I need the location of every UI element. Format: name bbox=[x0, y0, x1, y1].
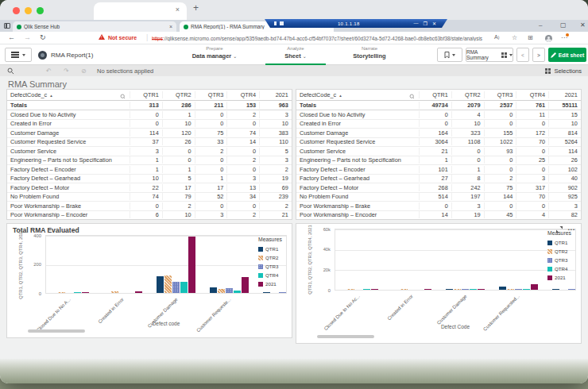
column-header-defectcode[interactable]: DefectCode_c ▲ bbox=[7, 91, 130, 98]
table-row[interactable]: Factory Defect – Motor 26824275317902 bbox=[296, 183, 581, 193]
defect-code-cell[interactable]: No Problem Found bbox=[296, 193, 419, 200]
nav-analyze[interactable]: Analyze Sheet ⌄ bbox=[260, 46, 331, 65]
bar-QTR3[interactable] bbox=[568, 289, 575, 290]
table-row[interactable]: Customer Service 30205 bbox=[7, 147, 292, 156]
selections-back-icon[interactable]: ↶ bbox=[46, 67, 52, 75]
defect-code-cell[interactable]: Factory Defect – Encoder bbox=[296, 166, 419, 173]
table-row[interactable]: Poor Workmanship – Encoder 6103221 bbox=[7, 211, 292, 221]
table-row[interactable]: Factory Defect – Motor 2217171369 bbox=[7, 183, 292, 193]
defect-code-cell[interactable]: Engineering – Parts not to Specification bbox=[296, 156, 419, 164]
defect-code-cell[interactable]: Poor Workmanship – Encoder bbox=[296, 211, 419, 218]
table-row[interactable]: Engineering – Parts not to Specification… bbox=[296, 156, 581, 166]
column-header-QTR1[interactable]: QTR1 bbox=[130, 91, 162, 98]
edit-sheet-button[interactable]: Edit sheet bbox=[548, 48, 586, 62]
settings-more-icon[interactable]: ⋯ bbox=[561, 34, 567, 41]
bar-QTR4[interactable] bbox=[74, 292, 81, 293]
table-row[interactable]: Customer Requested Service 3064110810227… bbox=[296, 138, 581, 148]
bar-2021[interactable] bbox=[424, 289, 431, 290]
bar-QTR2[interactable] bbox=[218, 289, 225, 293]
rdp-close-button[interactable]: ✕ bbox=[432, 21, 436, 26]
defect-code-cell[interactable]: Customer Requested Service bbox=[296, 138, 419, 145]
bar-2021[interactable] bbox=[135, 291, 142, 293]
mac-minimize-button[interactable] bbox=[25, 7, 32, 14]
rdp-pin-icon[interactable] bbox=[274, 21, 277, 25]
nav-narrate[interactable]: Narrate Storytelling bbox=[334, 46, 405, 65]
column-header-QTR1[interactable]: QTR1 bbox=[419, 91, 451, 98]
column-header-2021[interactable]: 2021 bbox=[259, 91, 292, 98]
defect-code-cell[interactable]: Factory Defect – Motor bbox=[296, 184, 419, 191]
bar-QTR1[interactable] bbox=[446, 289, 453, 290]
bookmarks-button[interactable] bbox=[437, 48, 462, 62]
global-menu-button[interactable] bbox=[5, 48, 32, 62]
table-row[interactable]: Factory Defect – Gearhead 1051319 bbox=[7, 175, 292, 184]
profile-avatar[interactable] bbox=[545, 35, 552, 42]
tab-close-icon[interactable]: × bbox=[169, 24, 172, 29]
defect-code-cell[interactable]: Closed Due to No Activity bbox=[7, 111, 130, 118]
bar-QTR2[interactable] bbox=[454, 289, 461, 290]
defect-code-cell[interactable]: Customer Service bbox=[7, 148, 130, 155]
table-row[interactable]: Engineering – Parts not to Specification… bbox=[7, 156, 292, 166]
column-header-QTR4[interactable]: QTR4 bbox=[226, 91, 259, 98]
defect-code-cell[interactable]: Poor Workmanship – Brake bbox=[296, 202, 419, 210]
table-row[interactable]: Closed Due to No Activity 01023 bbox=[7, 110, 292, 120]
table-row[interactable]: Factory Defect – Encoder 101100102 bbox=[296, 165, 581, 175]
bar-QTR4[interactable] bbox=[180, 282, 188, 293]
bar-QTR3[interactable] bbox=[515, 289, 522, 290]
defect-code-cell[interactable]: Created in Error bbox=[7, 120, 130, 127]
mac-browser-tab[interactable]: × bbox=[94, 2, 187, 20]
table-row[interactable]: Customer Damage 164323155172814 bbox=[296, 129, 581, 138]
bar-QTR1[interactable] bbox=[499, 287, 506, 290]
bar-QTR2[interactable] bbox=[347, 289, 354, 290]
table-row[interactable]: Closed Due to No Activity 0401115 bbox=[296, 110, 581, 120]
bar-QTR2[interactable] bbox=[111, 291, 118, 293]
table-row[interactable]: Created in Error 0100010 bbox=[7, 120, 292, 129]
rdp-minimize-button[interactable]: — bbox=[414, 21, 419, 26]
legend-item[interactable]: QTR2 bbox=[258, 253, 287, 262]
collections-icon[interactable]: ⊞ bbox=[528, 34, 533, 41]
column-header-QTR3[interactable]: QTR3 bbox=[195, 91, 227, 98]
clear-selections-icon[interactable]: ⊘ bbox=[81, 67, 87, 75]
bar-QTR4[interactable] bbox=[234, 291, 241, 293]
chart-scrollbar[interactable] bbox=[28, 329, 85, 333]
defect-code-cell[interactable]: Factory Defect – Gearhead bbox=[7, 175, 130, 182]
bar-QTR2[interactable] bbox=[400, 289, 408, 290]
column-header-QTR2[interactable]: QTR2 bbox=[451, 91, 484, 98]
bar-QTR2[interactable] bbox=[507, 289, 514, 290]
column-header-QTR4[interactable]: QTR4 bbox=[516, 91, 548, 98]
defect-code-cell[interactable]: Closed Due to No Activity bbox=[296, 111, 419, 118]
bar-2021[interactable] bbox=[371, 289, 378, 290]
table-row[interactable]: Factory Defect – Gearhead 2782340 bbox=[296, 175, 581, 184]
mac-close-button[interactable] bbox=[13, 7, 20, 14]
window-minimize-button[interactable]: – bbox=[539, 21, 542, 29]
bar-QTR4[interactable] bbox=[470, 289, 477, 290]
bar-QTR3[interactable] bbox=[172, 282, 180, 293]
table-row[interactable]: No Problem Found 74795234239 bbox=[7, 193, 292, 202]
bar-QTR4[interactable] bbox=[363, 289, 370, 290]
bar-QTR1[interactable] bbox=[157, 276, 164, 293]
refresh-icon[interactable]: ↻ bbox=[40, 33, 46, 41]
favorites-icon[interactable]: ☆ bbox=[512, 34, 517, 41]
column-header-QTR2[interactable]: QTR2 bbox=[162, 91, 195, 98]
bar-2021[interactable] bbox=[478, 289, 485, 290]
defect-code-cell[interactable]: Customer Damage bbox=[296, 129, 419, 137]
defect-code-cell[interactable]: Customer Damage bbox=[7, 129, 130, 137]
bar-2021[interactable] bbox=[188, 237, 195, 293]
bar-2021[interactable] bbox=[242, 277, 249, 293]
edge-tab-qlik-hub[interactable]: Qlik Sense Hub × bbox=[13, 21, 176, 32]
vertical-tabs-icon[interactable] bbox=[4, 23, 10, 29]
legend-item[interactable]: QTR1 bbox=[258, 245, 287, 253]
bar-QTR1[interactable] bbox=[263, 292, 270, 293]
chart-scrollbar[interactable] bbox=[317, 335, 374, 338]
selections-tool-button[interactable]: Selections bbox=[545, 67, 582, 75]
selections-forward-icon[interactable]: ↷ bbox=[64, 67, 69, 75]
bar-QTR1[interactable] bbox=[552, 289, 559, 290]
table-row[interactable]: Customer Service 210930114 bbox=[296, 147, 581, 156]
defect-code-cell[interactable]: Poor Workmanship – Brake bbox=[7, 202, 130, 210]
next-sheet-button[interactable]: > bbox=[532, 48, 545, 62]
defect-code-cell[interactable]: Poor Workmanship – Encoder bbox=[7, 211, 130, 218]
defect-code-cell[interactable]: No Problem Found bbox=[7, 193, 130, 200]
bar-2021[interactable] bbox=[531, 284, 538, 290]
mac-zoom-button[interactable] bbox=[37, 7, 44, 14]
defect-code-cell[interactable]: Created in Error bbox=[296, 120, 419, 127]
window-close-button[interactable]: ✕ bbox=[580, 21, 586, 29]
